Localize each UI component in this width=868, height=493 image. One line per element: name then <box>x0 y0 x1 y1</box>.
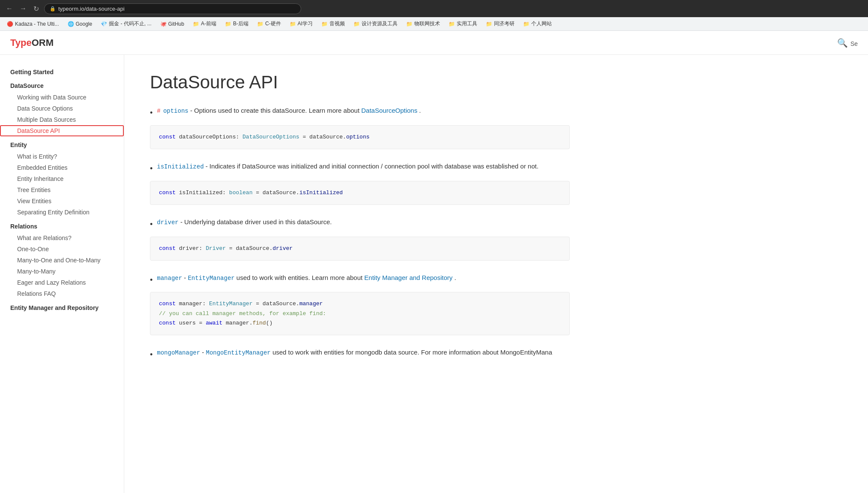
back-button[interactable]: ← <box>4 4 15 13</box>
reload-button[interactable]: ↻ <box>32 4 41 14</box>
bookmark-tools[interactable]: 📁 实用工具 <box>445 19 481 28</box>
sidebar-title-entity: Entity <box>0 140 124 150</box>
entity-manager-code-link[interactable]: EntityManager <box>188 275 234 282</box>
kadaza-label: Kadaza - The Ulti... <box>15 21 59 27</box>
bookmark-design[interactable]: 📁 设计资源及工具 <box>350 19 401 28</box>
forward-button[interactable]: → <box>18 4 28 13</box>
sidebar-item-many-to-one[interactable]: Many-to-One and One-to-Many <box>0 255 124 266</box>
bullet-dot-mongomanager: • <box>150 349 153 361</box>
github-icon: 🐙 <box>160 21 167 27</box>
options-desc: - Options used to create this dataSource… <box>190 107 361 114</box>
bookmark-c[interactable]: 📁 C-硬件 <box>254 19 284 28</box>
section-driver: • driver - Underlying database driver us… <box>150 217 570 261</box>
address-bar[interactable]: 🔒 typeorm.io/data-source-api <box>44 3 301 14</box>
manager-code-link[interactable]: manager <box>157 275 182 282</box>
sidebar-title-getting-started: Getting Started <box>0 67 124 77</box>
google-label: Google <box>76 21 93 27</box>
options-code-link[interactable]: options <box>163 108 189 114</box>
url-text: typeorm.io/data-source-api <box>58 6 125 12</box>
folder-icon-a: 📁 <box>193 21 199 27</box>
folder-a-label: A-前端 <box>201 20 216 27</box>
bullet-dot-manager: • <box>150 274 153 286</box>
folder-icon-iot: 📁 <box>406 21 413 27</box>
bookmark-google[interactable]: 🌐 Google <box>64 20 96 28</box>
bookmark-av[interactable]: 📁 音视频 <box>318 19 348 28</box>
driver-code-link[interactable]: driver <box>157 219 178 226</box>
datasource-options-link[interactable]: DataSourceOptions <box>361 107 417 114</box>
bookmark-personal[interactable]: 📁 个人网站 <box>520 19 555 28</box>
sidebar-item-tree-entities[interactable]: Tree Entities <box>0 184 124 195</box>
search-label: Se <box>850 40 858 47</box>
folder-icon-c: 📁 <box>257 21 263 27</box>
site-logo: TypeORM <box>10 37 54 48</box>
google-icon: 🌐 <box>68 21 74 27</box>
folder-icon-design: 📁 <box>353 21 360 27</box>
folder-design-label: 设计资源及工具 <box>362 20 398 27</box>
sidebar-item-data-source-options[interactable]: Data Source Options <box>0 103 124 114</box>
github-label: GitHub <box>168 21 184 27</box>
bookmark-github[interactable]: 🐙 GitHub <box>157 20 188 28</box>
logo-link[interactable]: TypeORM <box>10 37 54 48</box>
options-suffix: . <box>419 107 421 114</box>
search-button[interactable]: 🔍 Se <box>837 38 858 48</box>
sidebar-section-entity: Entity What is Entity? Embedded Entities… <box>0 140 124 218</box>
sidebar-title-relations: Relations <box>0 221 124 231</box>
folder-iot-label: 物联网技术 <box>414 20 440 27</box>
sidebar-item-working-with-data-source[interactable]: Working with Data Source <box>0 92 124 103</box>
sidebar-item-entity-inheritance[interactable]: Entity Inheritance <box>0 173 124 184</box>
sidebar-item-embedded-entities[interactable]: Embedded Entities <box>0 162 124 173</box>
folder-icon-tools: 📁 <box>449 21 455 27</box>
code-block-manager: const manager: EntityManager = dataSourc… <box>150 292 570 335</box>
bookmark-iot[interactable]: 📁 物联网技术 <box>403 19 443 28</box>
bullet-text-driver: driver - Underlying database driver used… <box>157 217 570 227</box>
sidebar-title-entity-manager: Entity Manager and Repository <box>0 303 124 313</box>
logo-orm: ORM <box>32 37 54 48</box>
bookmark-b[interactable]: 📁 B-后端 <box>221 19 252 28</box>
sidebar-item-eager-lazy-relations[interactable]: Eager and Lazy Relations <box>0 277 124 288</box>
sidebar-item-one-to-one[interactable]: One-to-One <box>0 243 124 255</box>
manager-desc: used to work with entities. Learn more a… <box>236 274 365 281</box>
bookmark-juejin[interactable]: 💎 掘金 - 代码不止, ... <box>97 19 155 28</box>
entity-manager-repo-link[interactable]: Entity Manager and Repository <box>364 274 452 281</box>
sidebar-section-datasource: DataSource Working with Data Source Data… <box>0 81 124 136</box>
sidebar-item-datasource-api[interactable]: DataSource API <box>0 125 124 136</box>
bullet-dot-options: • <box>150 107 153 119</box>
section-mongomanager: • mongoManager - MongoEntityManager used… <box>150 347 570 361</box>
sidebar-section-relations: Relations What are Relations? One-to-One… <box>0 221 124 299</box>
mongomanager-desc: used to work with entities for mongodb d… <box>272 349 552 356</box>
bookmark-kadaza[interactable]: 🔴 Kadaza - The Ulti... <box>3 20 63 28</box>
section-manager: • manager - EntityManager used to work w… <box>150 273 570 335</box>
sidebar-item-many-to-many[interactable]: Many-to-Many <box>0 266 124 277</box>
manager-suffix: . <box>454 274 456 281</box>
isinitialized-desc: - Indicates if DataSource was initialize… <box>206 162 539 170</box>
sidebar-item-what-is-entity[interactable]: What is Entity? <box>0 151 124 162</box>
mongomanager-code-link[interactable]: mongoManager <box>157 349 200 356</box>
bookmark-tongji[interactable]: 📁 同济考研 <box>482 19 518 28</box>
folder-tongji-label: 同济考研 <box>494 20 515 27</box>
section-isinitialized: • isInitialized - Indicates if DataSourc… <box>150 161 570 205</box>
sidebar-item-multiple-data-sources[interactable]: Multiple Data Sources <box>0 114 124 125</box>
driver-desc: - Underlying database driver used in thi… <box>180 218 332 225</box>
bookmark-ai[interactable]: 📁 AI学习 <box>286 19 316 28</box>
juejin-icon: 💎 <box>101 21 107 27</box>
folder-icon-tongji: 📁 <box>486 21 492 27</box>
folder-icon-ai: 📁 <box>290 21 296 27</box>
isinitialized-code-link[interactable]: isInitialized <box>157 163 204 170</box>
mongo-entity-manager-link[interactable]: MongoEntityManager <box>206 349 270 356</box>
bullet-manager: • manager - EntityManager used to work w… <box>150 273 570 286</box>
sidebar-item-view-entities[interactable]: View Entities <box>0 195 124 207</box>
folder-icon-b: 📁 <box>225 21 231 27</box>
main-container: Getting Started DataSource Working with … <box>0 55 868 493</box>
hash-link-options[interactable]: # <box>157 108 160 114</box>
sidebar-section-entity-manager: Entity Manager and Repository <box>0 303 124 313</box>
folder-icon-personal: 📁 <box>523 21 530 27</box>
bullet-text-mongomanager: mongoManager - MongoEntityManager used t… <box>157 347 570 358</box>
folder-b-label: B-后端 <box>233 20 248 27</box>
bookmark-a[interactable]: 📁 A-前端 <box>189 19 220 28</box>
sidebar-item-what-are-relations[interactable]: What are Relations? <box>0 232 124 243</box>
sidebar-item-separating-entity-definition[interactable]: Separating Entity Definition <box>0 207 124 218</box>
sidebar-section-getting-started: Getting Started <box>0 67 124 77</box>
sidebar-item-relations-faq[interactable]: Relations FAQ <box>0 288 124 299</box>
folder-personal-label: 个人网站 <box>531 20 552 27</box>
top-header: TypeORM 🔍 Se <box>0 31 868 55</box>
